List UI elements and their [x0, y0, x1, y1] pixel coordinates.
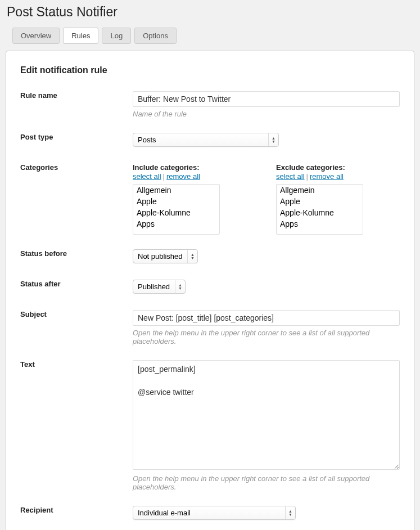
text-label: Text: [20, 357, 133, 502]
section-title: Edit notification rule: [20, 65, 400, 75]
post-type-select[interactable]: Posts: [133, 133, 279, 146]
exclude-categories-heading: Exclude categories:: [276, 163, 363, 172]
tab-rules[interactable]: Rules: [63, 28, 98, 44]
tab-log[interactable]: Log: [102, 28, 131, 44]
include-remove-all-link[interactable]: remove all: [166, 172, 200, 181]
include-categories-heading: Include categories:: [133, 163, 220, 172]
tab-overview[interactable]: Overview: [12, 28, 60, 44]
tab-options[interactable]: Options: [134, 28, 177, 44]
exclude-select-all-link[interactable]: select all: [276, 172, 305, 181]
tab-bar: Overview Rules Log Options: [0, 28, 420, 44]
rule-name-help: Name of the rule: [133, 110, 400, 118]
subject-label: Subject: [20, 307, 133, 357]
text-textarea[interactable]: [133, 360, 400, 470]
categories-label: Categories: [20, 160, 133, 246]
exclude-remove-all-link[interactable]: remove all: [310, 172, 344, 181]
page-title: Post Status Notifier: [0, 0, 420, 20]
include-categories-select[interactable]: Allgemein Apple Apple-Kolumne Apps: [133, 184, 220, 235]
rule-name-input[interactable]: [133, 91, 400, 107]
text-help: Open the help menu in the upper right co…: [133, 474, 400, 491]
subject-help: Open the help menu in the upper right co…: [133, 329, 400, 345]
post-type-label: Post type: [20, 129, 133, 160]
subject-input[interactable]: [133, 310, 400, 326]
status-before-label: Status before: [20, 246, 133, 276]
recipient-label: Recipient: [20, 502, 133, 530]
status-before-select[interactable]: Not published: [133, 250, 197, 263]
status-after-label: Status after: [20, 276, 133, 307]
rule-form-panel: Edit notification rule Rule name Name of…: [6, 51, 414, 530]
include-select-all-link[interactable]: select all: [133, 172, 161, 181]
exclude-categories-select[interactable]: Allgemein Apple Apple-Kolumne Apps: [276, 184, 363, 235]
status-after-select[interactable]: Published: [133, 280, 185, 293]
rule-name-label: Rule name: [20, 88, 133, 129]
recipient-select[interactable]: Individual e-mail: [133, 506, 296, 519]
